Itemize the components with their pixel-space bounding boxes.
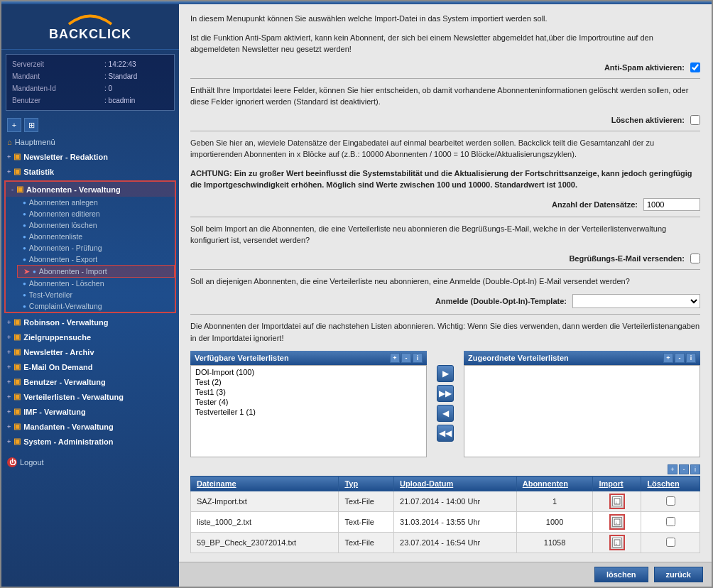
list-item[interactable]: Testverteiler 1 (1) <box>192 407 425 417</box>
anti-spam-checkbox[interactable] <box>690 62 700 72</box>
sidebar-item-email-on-demand[interactable]: + ▣ E-Mail On Demand <box>1 359 179 374</box>
begruessungs-label: Begrüßungs-E-Mail versenden: <box>569 254 685 263</box>
serverzeit-label: Serverzeit <box>12 59 103 70</box>
logo-text: BACKCLICK <box>9 27 172 42</box>
cell-import[interactable]: ↓ <box>593 512 641 533</box>
logout-item[interactable]: ⏻ Logout <box>1 454 179 470</box>
import-btn-3[interactable]: ↓ <box>609 535 625 550</box>
submenu-liste[interactable]: ● Abonnentenliste <box>17 231 175 242</box>
submenu-export[interactable]: ● Abonnenten - Export <box>17 254 175 265</box>
submenu-editieren[interactable]: ● Abonnenten editieren <box>17 208 175 219</box>
zugeordnete-info-btn[interactable]: i <box>686 353 696 363</box>
sidebar-item-abonnenten-verwaltung[interactable]: - ▣ Abonnenten - Verwaltung <box>6 182 175 197</box>
sidebar-label-zielgruppe: Zielgruppensuche <box>23 333 91 342</box>
verfuegbare-list[interactable]: DOI-Import (100) Test (2) Test1 (3) Test… <box>190 365 427 457</box>
submenu-anlegen[interactable]: ● Abonnenten anlegen <box>17 197 175 208</box>
arrow-buttons: ▶ ▶▶ ◀ ◀◀ <box>434 351 457 456</box>
sidebar-label-benutzer: Benutzer - Verwaltung <box>23 378 106 386</box>
col-abonnenten[interactable]: Abonnenten <box>516 477 593 491</box>
loeschen-check-2[interactable] <box>666 517 675 526</box>
sidebar-item-system-admin[interactable]: + ▣ System - Administration <box>1 434 179 449</box>
list-item[interactable]: Test (2) <box>192 377 425 387</box>
sidebar-view-btn[interactable]: ⊞ <box>24 118 38 132</box>
mandant-label: Mandant <box>12 71 103 82</box>
loeschen-check-3[interactable] <box>666 538 675 547</box>
sidebar-item-statistik[interactable]: + ▣ Statistik <box>1 164 179 179</box>
anmelde-label: Anmelde (Double-Opt-In)-Template: <box>435 297 567 305</box>
table-info-btn[interactable]: i <box>690 464 700 474</box>
loeschen-checkbox[interactable] <box>690 115 700 125</box>
move-all-left-btn[interactable]: ◀◀ <box>437 425 454 442</box>
cell-typ: Text-File <box>339 491 394 512</box>
verfuegbare-add-btn[interactable]: + <box>390 353 400 363</box>
verfuegbare-title: Verfügbare Verteilerlisten <box>195 354 289 362</box>
col-upload-datum[interactable]: Upload-Datum <box>394 477 517 491</box>
content-area: In diesem Menupunkt können Sie auswählen… <box>179 4 712 587</box>
table-minus-btn[interactable]: - <box>679 464 689 474</box>
svg-text:↓: ↓ <box>615 499 618 504</box>
sidebar-add-btn[interactable]: + <box>7 118 21 132</box>
col-typ[interactable]: Typ <box>339 477 394 491</box>
sidebar-item-robinson[interactable]: + ▣ Robinson - Verwaltung <box>1 315 179 330</box>
bullet-icon-test-verteiler: ● <box>23 292 26 298</box>
divider-3 <box>190 217 700 217</box>
col-import[interactable]: Import <box>593 477 641 491</box>
sidebar-item-imf[interactable]: + ▣ IMF - Verwaltung <box>1 404 179 419</box>
zugeordnete-minus-btn[interactable]: - <box>675 353 685 363</box>
cell-import[interactable]: ↓ <box>593 491 641 512</box>
submenu-label-test-verteiler: Test-Verteiler <box>29 290 72 299</box>
anzahl-input[interactable] <box>643 198 700 211</box>
sidebar-item-zielgruppe[interactable]: + ▣ Zielgruppensuche <box>1 330 179 344</box>
table-add-btn[interactable]: + <box>668 464 677 474</box>
import-btn-2[interactable]: ↓ <box>609 514 625 530</box>
import-btn-1[interactable]: ↓ <box>609 494 625 509</box>
folder-icon-robinson: ▣ <box>13 317 21 327</box>
list-item[interactable]: Test1 (3) <box>192 387 425 397</box>
submenu-label-pruefung: Abonnenten - Prüfung <box>29 244 102 252</box>
zugeordnete-controls: + - i <box>663 353 696 363</box>
col-dateiname[interactable]: Dateiname <box>191 477 339 491</box>
submenu-abonnenten-loeschen[interactable]: ● Abonnenten - Löschen <box>17 278 175 289</box>
submenu-import[interactable]: ➤ ● Abonnenten - Import <box>17 265 175 278</box>
expand-icon-imf: + <box>7 408 11 415</box>
sidebar-item-benutzer[interactable]: + ▣ Benutzer - Verwaltung <box>1 374 179 389</box>
cell-loeschen-check[interactable] <box>641 533 700 553</box>
zugeordnete-list[interactable] <box>464 365 700 457</box>
anmelde-template-select[interactable] <box>572 294 700 308</box>
sidebar-item-newsletter-archiv[interactable]: + ▣ Newsletter - Archiv <box>1 344 179 359</box>
submenu-label-abonnenten-loeschen: Abonnenten - Löschen <box>29 279 104 288</box>
move-left-btn[interactable]: ◀ <box>437 405 454 422</box>
submenu-pruefung[interactable]: ● Abonnenten - Prüfung <box>17 242 175 254</box>
cell-loeschen-check[interactable] <box>641 491 700 512</box>
move-right-btn[interactable]: ▶ <box>437 365 454 382</box>
sidebar-item-hauptmenu[interactable]: ⌂ Hauptmenü <box>1 135 179 149</box>
sidebar-item-newsletter-redaktion[interactable]: + ▣ Newsletter - Redaktion <box>1 149 179 164</box>
server-info-box: Serverzeit : 14:22:43 Mandant : Standard… <box>6 54 175 111</box>
intro-text-1: In diesem Menupunkt können Sie auswählen… <box>190 13 700 25</box>
cell-import[interactable]: ↓ <box>593 533 641 553</box>
list-item[interactable]: Tester (4) <box>192 397 425 407</box>
sidebar-item-mandanten[interactable]: + ▣ Mandanten - Verwaltung <box>1 419 179 434</box>
submenu-complaint[interactable]: ● Complaint-Verwaltung <box>17 300 175 312</box>
submenu-loeschen[interactable]: ● Abonnenten löschen <box>17 219 175 231</box>
intro-text-2: Ist die Funktion Anti-Spam aktiviert, ka… <box>190 32 700 55</box>
verfuegbare-info-btn[interactable]: i <box>413 353 423 363</box>
submenu-label-loeschen: Abonnenten löschen <box>29 221 97 229</box>
sidebar-label-system-admin: System - Administration <box>23 437 113 446</box>
list-item[interactable]: DOI-Import (100) <box>192 367 425 377</box>
move-all-right-btn[interactable]: ▶▶ <box>437 385 454 402</box>
col-loeschen[interactable]: Löschen <box>641 477 700 491</box>
loeschen-check-1[interactable] <box>666 496 675 506</box>
expand-icon-email: + <box>7 364 11 371</box>
loeschen-button[interactable]: löschen <box>594 567 648 582</box>
sidebar-label-hauptmenu: Hauptmenü <box>15 138 55 146</box>
submenu-test-verteiler[interactable]: ● Test-Verteiler <box>17 289 175 300</box>
verfuegbare-minus-btn[interactable]: - <box>401 353 411 363</box>
zugeordnete-add-btn[interactable]: + <box>663 353 673 363</box>
mandant-value: : Standard <box>104 71 168 82</box>
begruessungs-checkbox[interactable] <box>690 254 700 263</box>
cell-loeschen-check[interactable] <box>641 512 700 533</box>
sidebar-label-newsletter-archiv: Newsletter - Archiv <box>23 348 94 356</box>
sidebar-item-verteilerlisten[interactable]: + ▣ Verteilerlisten - Verwaltung <box>1 389 179 404</box>
zurueck-button[interactable]: zurück <box>654 567 703 582</box>
